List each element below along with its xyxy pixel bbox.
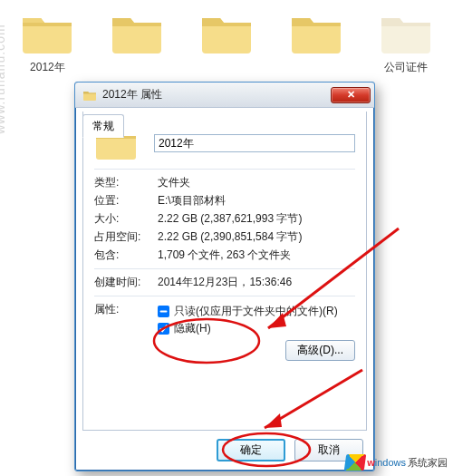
properties-dialog: 2012年 属性 ✕ 常规 共享 安全 以前的版本 自定义 类型:文件夹 位置:…: [74, 82, 375, 471]
value-contains: 1,709 个文件, 263 个文件夹: [158, 248, 355, 263]
titlebar[interactable]: 2012年 属性 ✕: [75, 83, 374, 108]
folder-icon: [379, 9, 433, 56]
value-type: 文件夹: [158, 175, 355, 190]
close-button[interactable]: ✕: [331, 87, 371, 103]
windows-logo-icon: [344, 454, 367, 471]
label-contains: 包含:: [94, 248, 158, 263]
folder-icon: [82, 88, 97, 102]
label-type: 类型:: [94, 175, 158, 190]
folder-label: 公司证件: [374, 60, 437, 75]
watermark-right: windows系统家园: [345, 454, 448, 471]
tab-general[interactable]: 常规: [82, 114, 124, 138]
name-input[interactable]: [154, 134, 355, 152]
hidden-checkbox-row[interactable]: 隐藏(H): [158, 321, 355, 336]
ok-button[interactable]: 确定: [217, 439, 285, 461]
label-attributes: 属性:: [94, 302, 158, 317]
label-size: 大小:: [94, 211, 158, 227]
value-location: E:\项目部材料: [158, 193, 355, 209]
value-created: 2014年12月23日，15:36:46: [158, 275, 355, 290]
general-panel: 类型:文件夹 位置:E:\项目部材料 大小:2.22 GB (2,387,621…: [82, 112, 367, 431]
hidden-label: 隐藏(H): [174, 321, 211, 336]
folder-icon: [289, 9, 343, 56]
watermark-left: www.ruhaifu.com: [0, 24, 7, 134]
label-created: 创建时间:: [94, 275, 158, 290]
value-size: 2.22 GB (2,387,621,993 字节): [158, 211, 355, 227]
label-location: 位置:: [94, 193, 158, 209]
readonly-checkbox-row[interactable]: 只读(仅应用于文件夹中的文件)(R): [158, 304, 355, 319]
advanced-button[interactable]: 高级(D)...: [285, 340, 355, 361]
folder-item[interactable]: 2012年: [16, 9, 79, 100]
folder-icon: [199, 9, 254, 56]
folder-icon: [20, 9, 74, 56]
folder-label: 2012年: [16, 60, 79, 75]
folder-item[interactable]: 公司证件: [374, 9, 437, 100]
close-icon: ✕: [347, 90, 355, 100]
readonly-checkbox[interactable]: [158, 306, 169, 317]
dialog-title: 2012年 属性: [102, 87, 331, 102]
hidden-checkbox[interactable]: [158, 323, 169, 335]
value-size-on-disk: 2.22 GB (2,390,851,584 字节): [158, 229, 355, 245]
label-size-on-disk: 占用空间:: [94, 229, 158, 245]
folder-icon: [110, 9, 164, 56]
readonly-label: 只读(仅应用于文件夹中的文件)(R): [174, 304, 338, 319]
dialog-buttons: 确定 取消: [217, 439, 363, 461]
